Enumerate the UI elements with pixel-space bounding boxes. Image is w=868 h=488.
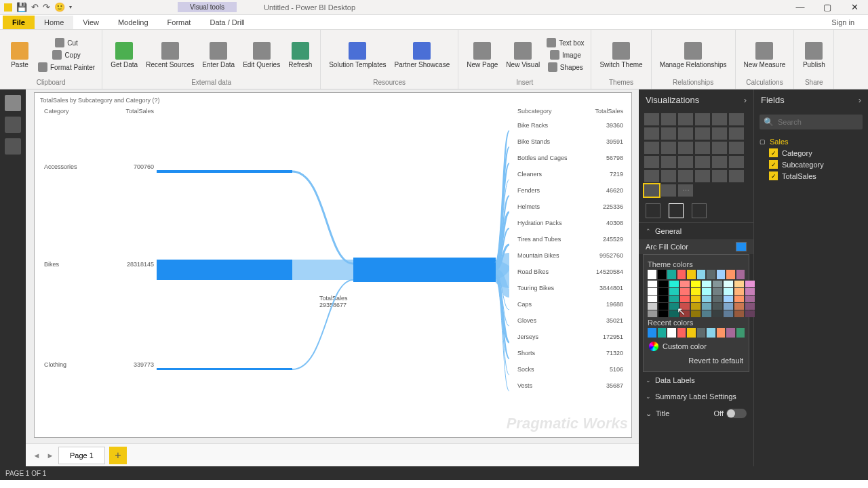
theme-shade-swatch[interactable] xyxy=(691,303,701,310)
theme-color-swatch[interactable] xyxy=(717,270,726,279)
recent-color-swatch[interactable] xyxy=(677,328,686,338)
theme-shade-swatch[interactable] xyxy=(724,303,733,310)
format-painter-button[interactable]: Format Painter xyxy=(37,62,96,73)
report-canvas[interactable]: TotalSales by Subcategory and Category (… xyxy=(26,89,639,466)
view-tab[interactable]: View xyxy=(73,16,108,29)
theme-shade-swatch[interactable] xyxy=(680,288,690,295)
theme-shade-swatch[interactable] xyxy=(734,296,744,302)
theme-color-swatch[interactable] xyxy=(697,270,706,279)
revert-default-button[interactable]: Revert to default xyxy=(648,354,745,367)
theme-shade-swatch[interactable] xyxy=(691,288,701,295)
format-data-labels[interactable]: ⌄Data Labels xyxy=(639,372,753,388)
signin-link[interactable]: Sign in xyxy=(818,16,868,29)
viz-type-icon[interactable] xyxy=(644,142,659,154)
theme-shade-swatch[interactable] xyxy=(648,288,657,295)
undo-icon[interactable]: ↶ xyxy=(31,2,39,12)
viz-type-icon[interactable] xyxy=(661,156,676,168)
format-tab[interactable]: Format xyxy=(158,16,201,29)
theme-shade-swatch[interactable] xyxy=(713,303,722,310)
theme-shade-swatch[interactable] xyxy=(680,296,690,302)
viz-type-icon[interactable] xyxy=(729,113,744,125)
close-button[interactable]: ✕ xyxy=(841,2,868,12)
viz-type-icon[interactable] xyxy=(712,142,727,154)
shapes-button[interactable]: Shapes xyxy=(545,62,585,73)
publish-button[interactable]: Publish xyxy=(800,41,828,70)
viz-type-icon[interactable] xyxy=(712,113,727,125)
theme-shade-swatch[interactable] xyxy=(702,296,711,302)
solution-templates-button[interactable]: Solution Templates xyxy=(326,41,389,70)
viz-more-icon[interactable]: ⋯ xyxy=(678,184,693,197)
theme-shade-swatch[interactable] xyxy=(680,303,690,310)
table-sales[interactable]: ▢Sales xyxy=(760,136,863,147)
field-subcategory[interactable]: ✓Subcategory xyxy=(760,159,863,170)
modeling-tab[interactable]: Modeling xyxy=(108,16,158,29)
theme-shade-swatch[interactable] xyxy=(648,296,657,302)
theme-shade-swatch[interactable] xyxy=(724,288,733,295)
theme-shade-swatch[interactable] xyxy=(691,296,701,302)
theme-color-swatch[interactable] xyxy=(667,270,676,279)
viz-pane-collapse-icon[interactable]: › xyxy=(744,95,747,105)
enter-data-button[interactable]: Enter Data xyxy=(199,41,237,70)
theme-color-swatch[interactable] xyxy=(677,270,686,279)
new-page-button[interactable]: New Page xyxy=(464,41,500,70)
theme-shade-swatch[interactable] xyxy=(680,281,690,287)
page-next[interactable]: ► xyxy=(43,451,57,460)
theme-shade-swatch[interactable] xyxy=(658,310,668,317)
theme-shade-swatch[interactable] xyxy=(669,310,679,317)
page-tab-1[interactable]: Page 1 xyxy=(58,447,105,464)
viz-type-icon[interactable] xyxy=(695,170,710,182)
theme-shade-swatch[interactable] xyxy=(745,303,755,310)
viz-type-icon[interactable] xyxy=(678,142,693,154)
theme-shade-swatch[interactable] xyxy=(745,288,755,295)
new-measure-button[interactable]: New Measure xyxy=(741,41,789,70)
recent-color-swatch[interactable] xyxy=(648,328,656,338)
theme-shade-swatch[interactable] xyxy=(691,310,701,317)
theme-shade-swatch[interactable] xyxy=(734,281,744,287)
minimize-button[interactable]: — xyxy=(787,2,814,12)
viz-type-icon[interactable] xyxy=(661,170,676,182)
custom-color-button[interactable]: Custom color xyxy=(648,339,745,354)
viz-type-icon[interactable] xyxy=(644,113,659,125)
viz-type-icon[interactable] xyxy=(661,113,676,125)
theme-color-swatch[interactable] xyxy=(707,270,715,279)
theme-shade-swatch[interactable] xyxy=(658,296,668,302)
theme-shade-swatch[interactable] xyxy=(658,281,668,287)
theme-shade-swatch[interactable] xyxy=(658,288,668,295)
theme-shade-swatch[interactable] xyxy=(713,296,722,302)
theme-shade-swatch[interactable] xyxy=(658,303,668,310)
recent-sources-button[interactable]: Recent Sources xyxy=(143,41,197,70)
theme-shade-swatch[interactable] xyxy=(745,281,755,287)
recent-color-swatch[interactable] xyxy=(687,328,696,338)
viz-type-icon[interactable] xyxy=(678,113,693,125)
paste-button[interactable]: Paste xyxy=(5,41,34,70)
viz-type-icon[interactable] xyxy=(678,156,693,168)
field-category[interactable]: ✓Category xyxy=(760,147,863,159)
theme-shade-swatch[interactable] xyxy=(724,281,733,287)
fields-search-input[interactable] xyxy=(778,118,859,126)
theme-shade-swatch[interactable] xyxy=(669,296,679,302)
viz-type-icon[interactable] xyxy=(695,142,710,154)
viz-type-icon[interactable] xyxy=(729,142,744,154)
theme-shade-swatch[interactable] xyxy=(734,303,744,310)
switch-theme-button[interactable]: Switch Theme xyxy=(597,41,645,70)
data-view-icon[interactable] xyxy=(5,117,21,133)
theme-shade-swatch[interactable] xyxy=(648,310,657,317)
theme-shade-swatch[interactable] xyxy=(724,296,733,302)
theme-color-swatch[interactable] xyxy=(658,270,667,279)
copy-button[interactable]: Copy xyxy=(37,49,96,60)
viz-type-icon[interactable] xyxy=(644,184,659,197)
theme-shade-swatch[interactable] xyxy=(745,310,755,317)
refresh-button[interactable]: Refresh xyxy=(285,41,315,70)
viz-type-icon[interactable] xyxy=(661,184,676,197)
maximize-button[interactable]: ▢ xyxy=(814,2,841,12)
recent-color-swatch[interactable] xyxy=(707,328,715,338)
theme-shade-swatch[interactable] xyxy=(702,288,711,295)
recent-color-swatch[interactable] xyxy=(658,328,667,338)
theme-shade-swatch[interactable] xyxy=(734,310,744,317)
recent-color-swatch[interactable] xyxy=(726,328,735,338)
fields-search[interactable]: 🔍 xyxy=(760,115,863,129)
format-mode-icon[interactable] xyxy=(669,203,684,218)
fields-mode-icon[interactable] xyxy=(646,203,660,218)
theme-shade-swatch[interactable] xyxy=(713,281,722,287)
new-visual-button[interactable]: New Visual xyxy=(503,41,542,70)
